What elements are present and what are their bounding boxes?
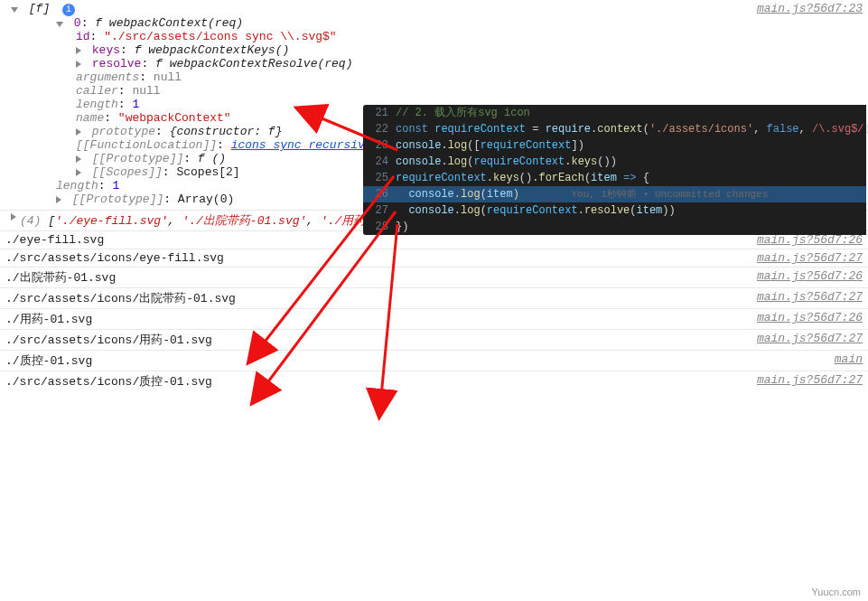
source-link[interactable]: main.js?56d7:23 xyxy=(748,2,863,16)
editor-line[interactable]: 26 console.log(item) You, 1秒钟前 • Uncommi… xyxy=(363,186,866,202)
expand-toggle-icon[interactable] xyxy=(56,22,63,27)
log-message: ./src/assets/icons/用药-01.svg xyxy=(5,332,748,348)
editor-line[interactable]: 28}) xyxy=(363,219,866,235)
obj-prop-arguments[interactable]: arguments: null xyxy=(5,70,863,84)
source-link[interactable]: main.js?56d7:27 xyxy=(748,373,863,387)
expand-toggle-icon[interactable] xyxy=(76,47,81,54)
console-log-row: ./src/assets/icons/出院带药-01.svgmain.js?56… xyxy=(0,288,868,309)
line-number: 26 xyxy=(370,186,396,202)
line-number: 22 xyxy=(370,121,396,137)
editor-line[interactable]: 22const requireContext = require.context… xyxy=(363,121,866,137)
console-log-row: ./src/assets/icons/用药-01.svgmain.js?56d7… xyxy=(0,330,868,351)
console-log-row: ./出院带药-01.svgmain.js?56d7:26 xyxy=(0,268,868,288)
log-message: ./src/assets/icons/出院带药-01.svg xyxy=(5,290,748,306)
log-message: ./用药-01.svg xyxy=(5,311,748,327)
expand-toggle-icon[interactable] xyxy=(11,213,16,221)
watermark: Yuucn.com xyxy=(812,587,861,597)
line-number: 25 xyxy=(370,170,396,186)
source-link[interactable]: main.js?56d7:27 xyxy=(748,332,863,345)
obj-prop-resolve[interactable]: resolve: f webpackContextResolve(req) xyxy=(5,57,863,70)
object-summary[interactable]: [f] xyxy=(29,2,50,15)
line-number: 24 xyxy=(370,154,396,170)
console-log-row: ./用药-01.svgmain.js?56d7:26 xyxy=(0,309,868,330)
console-log-row: ./质控-01.svgmain xyxy=(0,351,868,371)
code-editor-overlay: 21// 2. 载入所有svg icon22const requireConte… xyxy=(363,105,866,235)
log-message: ./质控-01.svg xyxy=(5,352,826,369)
obj-prop-caller[interactable]: caller: null xyxy=(5,84,863,98)
editor-line[interactable]: 27 console.log(requireContext.resolve(it… xyxy=(363,202,866,219)
editor-line[interactable]: 23console.log([requireContext]) xyxy=(363,137,866,154)
line-number: 27 xyxy=(370,202,396,219)
console-log-row: ./src/assets/icons/eye-fill.svgmain.js?5… xyxy=(0,249,868,268)
expand-toggle-icon[interactable] xyxy=(11,7,18,13)
line-number: 23 xyxy=(370,137,396,154)
expand-toggle-icon[interactable] xyxy=(76,169,81,176)
source-link[interactable]: main.js?56d7:27 xyxy=(748,251,863,265)
obj-prop-keys[interactable]: keys: f webpackContextKeys() xyxy=(5,43,863,57)
obj-prop-id[interactable]: id: "./src/assets/icons sync \\.svg$" xyxy=(5,30,863,43)
obj-prop-0[interactable]: 0: f webpackContext(req) xyxy=(5,16,863,30)
console-log-row: ./src/assets/icons/质控-01.svgmain.js?56d7… xyxy=(0,371,868,391)
log-message: ./src/assets/icons/质控-01.svg xyxy=(5,373,748,390)
editor-line[interactable]: 24console.log(requireContext.keys()) xyxy=(363,154,866,170)
editor-line[interactable]: 21// 2. 载入所有svg icon xyxy=(363,105,866,121)
log-message: ./出院带药-01.svg xyxy=(5,269,748,286)
info-badge-icon[interactable]: i xyxy=(62,4,75,16)
source-link[interactable]: main.js?56d7:26 xyxy=(748,311,863,324)
expand-toggle-icon[interactable] xyxy=(76,61,81,68)
line-number: 28 xyxy=(370,219,396,235)
source-link[interactable]: main xyxy=(826,352,863,366)
source-link[interactable]: main.js?56d7:26 xyxy=(748,269,863,283)
expand-toggle-icon[interactable] xyxy=(76,128,81,136)
source-link[interactable]: main.js?56d7:27 xyxy=(748,290,863,304)
array-length-prefix: (4) xyxy=(20,214,48,228)
line-number: 21 xyxy=(370,105,396,121)
log-message: ./src/assets/icons/eye-fill.svg xyxy=(5,251,748,265)
expand-toggle-icon[interactable] xyxy=(56,196,61,203)
source-link[interactable]: main.js?56d7:26 xyxy=(748,233,863,247)
log-message: ./eye-fill.svg xyxy=(5,233,748,247)
expand-toggle-icon[interactable] xyxy=(76,155,81,163)
editor-line[interactable]: 25requireContext.keys().forEach(item => … xyxy=(363,170,866,186)
